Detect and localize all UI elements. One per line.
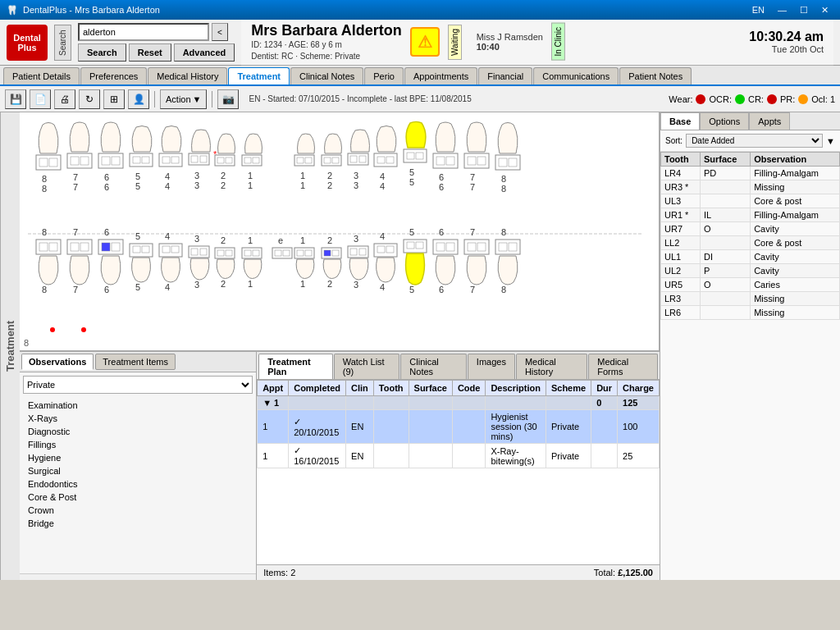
treatment-row[interactable]: 1✓ 16/10/2015ENX-Ray- bitewing(s)Private… (258, 444, 660, 468)
treatment-tab-images[interactable]: Images (468, 354, 515, 379)
nav-tab-medical-history[interactable]: Medical History (148, 67, 227, 84)
left-bottom-panel: ObservationsTreatment Items PrivateNHSPR… (20, 352, 257, 580)
nav-tab-treatment[interactable]: Treatment (228, 67, 290, 84)
tooth-ll1[interactable]: 1 1 (294, 235, 314, 289)
items-list-item[interactable]: Crown (21, 504, 254, 517)
tooth-ul8[interactable]: 8 8 (495, 123, 520, 194)
tooth-ur7[interactable]: 7 7 (67, 122, 92, 192)
tooth-lr6[interactable]: 6 6 (98, 227, 123, 294)
tooth-ll3[interactable]: 3 3 (348, 234, 368, 290)
nav-tab-patient-notes[interactable]: Patient Notes (619, 67, 692, 84)
obs-row[interactable]: LR4PDFilling-Amalgam (661, 167, 840, 180)
sort-select[interactable]: Date AddedToothSurfaceObservation (686, 134, 823, 148)
obs-row[interactable]: UR7OCavity (661, 222, 840, 236)
tooth-ul4[interactable]: 4 4 (374, 126, 397, 192)
tooth-lower-e[interactable]: e (272, 235, 292, 258)
treatment-tab-medical-history[interactable]: Medical History (516, 354, 587, 379)
tooth-ur1[interactable]: 1 1 (242, 134, 262, 190)
tooth-ll2[interactable]: 2 2 (322, 235, 341, 289)
svg-text:3: 3 (194, 180, 199, 190)
bottom-tab-treatment-items[interactable]: Treatment Items (95, 354, 176, 370)
search-back-button[interactable]: < (212, 23, 228, 41)
tooth-ul7[interactable]: 7 7 (464, 122, 489, 192)
panel-tab-options[interactable]: Options (700, 112, 749, 130)
action-button[interactable]: Action ▼ (160, 89, 207, 109)
close-button[interactable]: ✕ (816, 5, 833, 16)
tooth-ur4[interactable]: 4 4 (159, 126, 182, 192)
tooth-lr1[interactable]: 1 1 (242, 235, 262, 289)
nav-tab-patient-details[interactable]: Patient Details (3, 67, 80, 84)
obs-row[interactable]: LR3Missing (661, 292, 840, 306)
search-button[interactable]: Search (78, 43, 126, 62)
reset-button[interactable]: Reset (129, 43, 171, 62)
obs-row[interactable]: UL1DICavity (661, 250, 840, 264)
items-list-item[interactable]: Core & Post (21, 491, 254, 504)
toolbar-print-button[interactable]: 🖨 (54, 89, 75, 109)
items-list-item[interactable]: Bridge (21, 517, 254, 530)
nav-tab-communications[interactable]: Communications (533, 67, 619, 84)
tooth-lr3[interactable]: 3 3 (189, 234, 209, 290)
tooth-ul6[interactable]: 6 6 (433, 122, 458, 192)
nav-tab-appointments[interactable]: Appointments (404, 67, 477, 84)
toolbar-new-button[interactable]: 📄 (30, 89, 51, 109)
obs-row[interactable]: LL2Core & post (661, 236, 840, 250)
tooth-ul2[interactable]: 2 2 (322, 134, 341, 190)
treatment-tab-treatment-plan[interactable]: Treatment Plan (258, 354, 333, 379)
search-input[interactable] (78, 23, 209, 41)
tooth-lr4[interactable]: 4 4 (159, 231, 182, 292)
items-list-item[interactable]: Endodontics (21, 477, 254, 491)
svg-text:2: 2 (221, 180, 226, 190)
items-list-item[interactable]: Hygiene (21, 451, 254, 464)
advanced-button[interactable]: Advanced (174, 43, 235, 62)
toolbar-grid-button[interactable]: ⊞ (103, 89, 125, 109)
maximize-button[interactable]: ☐ (795, 5, 813, 16)
obs-row[interactable]: UR5OCaries (661, 278, 840, 292)
treatment-row[interactable]: ▼ 10125 (258, 396, 660, 410)
items-list-item[interactable]: Examination (21, 399, 254, 412)
tooth-ur3[interactable]: 3 3 (189, 130, 210, 190)
tooth-lr2[interactable]: 2 2 (215, 235, 235, 289)
treatment-row[interactable]: 1✓ 20/10/2015ENHygienist session (30 min… (258, 410, 660, 444)
nav-tab-preferences[interactable]: Preferences (80, 67, 147, 84)
tooth-ul3[interactable]: 3 3 (348, 130, 369, 190)
toolbar-camera-button[interactable]: 📷 (217, 89, 239, 109)
obs-row[interactable]: UL3Core & post (661, 194, 840, 208)
tooth-lr8[interactable]: 8 8 (36, 227, 61, 294)
obs-row[interactable]: UL2PCavity (661, 264, 840, 278)
obs-row[interactable]: UR1 *ILFilling-Amalgam (661, 208, 840, 222)
items-list-item[interactable]: Diagnostic (21, 425, 254, 438)
treatment-tab-clinical-notes[interactable]: Clinical Notes (400, 354, 466, 379)
obs-row[interactable]: UR3 *Missing (661, 180, 840, 194)
tooth-ll5[interactable]: 5 5 (404, 227, 427, 294)
tooth-ll8[interactable]: 8 8 (495, 227, 520, 294)
toolbar-refresh-button[interactable]: ↻ (79, 89, 100, 109)
bottom-tab-observations[interactable]: Observations (21, 354, 94, 370)
minimize-button[interactable]: — (773, 5, 792, 16)
tooth-ur8[interactable]: 8 8 (36, 123, 61, 194)
panel-tab-appts[interactable]: Appts (749, 112, 790, 130)
tooth-lr5[interactable]: 5 5 (130, 231, 153, 292)
items-list-item[interactable]: Surgical (21, 464, 254, 477)
toolbar-save-button[interactable]: 💾 (5, 89, 26, 109)
tooth-ll4[interactable]: 4 4 (374, 231, 397, 292)
tooth-ul1[interactable]: 1 1 (294, 134, 314, 190)
tooth-ll6[interactable]: 6 6 (433, 227, 458, 294)
nav-tab-clinical-notes[interactable]: Clinical Notes (290, 67, 363, 84)
items-list-item[interactable]: Fillings (21, 438, 254, 451)
panel-tab-base[interactable]: Base (660, 112, 700, 130)
tooth-ur6[interactable]: 6 6 (98, 122, 123, 192)
lang-selector[interactable]: EN (747, 5, 769, 16)
items-list-item[interactable]: X-Rays (21, 412, 254, 425)
nav-tab-perio[interactable]: Perio (364, 67, 404, 84)
nav-tab-financial[interactable]: Financial (478, 67, 532, 84)
tooth-ll7[interactable]: 7 7 (464, 227, 489, 294)
tooth-ur2[interactable]: 2 2 (215, 134, 235, 190)
toolbar-person-button[interactable]: 👤 (128, 89, 149, 109)
obs-row[interactable]: LR6Missing (661, 306, 840, 320)
treatment-tab-watch-list[interactable]: Watch List (9) (334, 354, 400, 379)
tooth-ul5[interactable]: 5 5 (404, 122, 427, 188)
tooth-ur5[interactable]: 5 5 (130, 126, 153, 192)
scheme-select[interactable]: PrivateNHSPRSI (23, 376, 253, 394)
treatment-tab-medical-forms[interactable]: Medical Forms (588, 354, 658, 379)
tooth-lr7[interactable]: 7 7 (67, 227, 92, 294)
